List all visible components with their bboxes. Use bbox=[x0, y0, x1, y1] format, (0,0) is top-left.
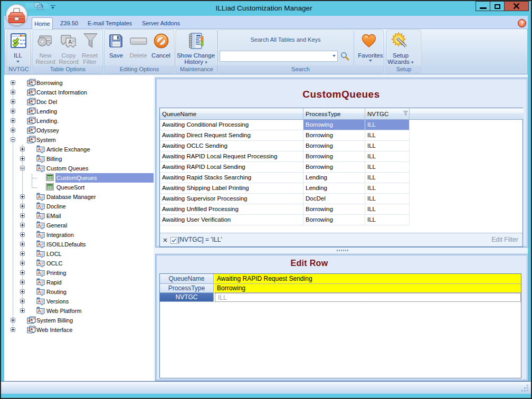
svg-text:A: A bbox=[38, 194, 41, 200]
svg-text:A: A bbox=[38, 242, 41, 247]
svg-text:A: A bbox=[38, 251, 41, 256]
svg-text:A: A bbox=[38, 270, 41, 276]
svg-text:A: A bbox=[38, 204, 41, 209]
svg-text:A: A bbox=[38, 223, 41, 228]
svg-text:A: A bbox=[38, 166, 41, 171]
svg-text:A: A bbox=[38, 213, 41, 218]
svg-text:A: A bbox=[68, 39, 72, 45]
svg-text:A: A bbox=[38, 147, 41, 152]
svg-text:A: A bbox=[38, 232, 41, 238]
svg-text:A: A bbox=[38, 289, 41, 294]
svg-text:A: A bbox=[38, 156, 41, 162]
svg-text:A: A bbox=[38, 299, 41, 304]
svg-text:A: A bbox=[38, 308, 41, 314]
svg-text:A: A bbox=[38, 261, 41, 266]
svg-text:A: A bbox=[38, 280, 41, 285]
